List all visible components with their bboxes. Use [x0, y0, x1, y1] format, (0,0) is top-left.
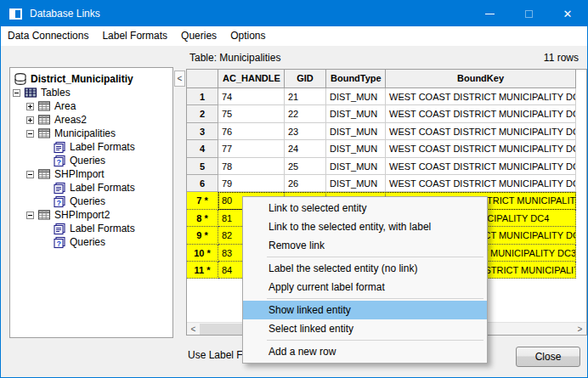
tree-item-label: Queries	[70, 195, 105, 208]
cell[interactable]: DIST_MUN	[326, 123, 386, 140]
cell[interactable]: WEST COAST DISTRICT MUNICIPALITY DC1	[386, 158, 576, 175]
row-header[interactable]: 3	[187, 123, 218, 140]
column-header-BoundKey[interactable]: BoundKey	[386, 70, 576, 88]
tree-item-areas2[interactable]: Areas2	[10, 113, 172, 127]
cell[interactable]: 74	[218, 88, 285, 105]
tree-item-label: Tables	[41, 86, 71, 99]
table-row[interactable]: 47724DIST_MUNWEST COAST DISTRICT MUNICIP…	[187, 140, 586, 157]
cell[interactable]: DIST_MUN	[326, 175, 386, 192]
tree-item-label-formats[interactable]: Label Formats	[10, 222, 172, 235]
cell[interactable]: 76	[218, 123, 285, 140]
cell[interactable]: WEST COAST DISTRICT MUNICIPALITY DC1	[386, 140, 576, 157]
tree-item-municipalities[interactable]: Municipalities	[10, 127, 172, 140]
tree-item-tables[interactable]: Tables	[10, 86, 172, 99]
database-icon	[14, 72, 27, 86]
scroll-right-arrow[interactable]: >	[574, 323, 586, 335]
close-button[interactable]: Close	[516, 347, 580, 367]
row-header[interactable]: 1	[187, 88, 218, 105]
cell[interactable]: DIST_MUN	[326, 140, 386, 157]
row-header[interactable]: 11 *	[187, 262, 218, 279]
row-header[interactable]: 8 *	[187, 210, 218, 227]
column-header-AC_HANDLE[interactable]: AC_HANDLE	[218, 70, 285, 88]
menu-item-label-the-selected-entity-no-link-[interactable]: Label the selected entity (no link)	[243, 259, 487, 278]
table-row[interactable]: 57825DIST_MUNWEST COAST DISTRICT MUNICIP…	[187, 158, 586, 175]
menu-item-show-linked-entity[interactable]: Show linked entity	[243, 301, 487, 319]
tree-item-label: Queries	[70, 235, 105, 249]
menu-item-link-to-the-selected-entity-with-label[interactable]: Link to the selected entity, with label	[243, 217, 487, 236]
cell[interactable]: 23	[285, 123, 326, 140]
cell[interactable]: 79	[218, 175, 285, 192]
cell[interactable]: 26	[285, 175, 326, 192]
tree-item-queries[interactable]: ?Queries	[10, 195, 172, 208]
expand-plus-icon[interactable]	[26, 103, 34, 110]
maximize-button[interactable]	[509, 1, 548, 26]
collapse-tree-button[interactable]: <	[174, 71, 185, 87]
cell[interactable]: WEST COAST DISTRICT MUNICIPALITY DC1	[386, 123, 576, 140]
menubar-item-label-formats[interactable]: Label Formats	[95, 26, 174, 46]
tree-item-label-formats[interactable]: Label Formats	[10, 181, 172, 195]
column-header-rownum[interactable]	[187, 70, 218, 88]
tree-item-queries[interactable]: ?Queries	[10, 154, 172, 167]
tree-item-shpimport[interactable]: SHPImport	[10, 167, 172, 181]
cell[interactable]: DIST_MUN	[326, 105, 386, 122]
cell[interactable]: DIST_MUN	[326, 158, 386, 175]
collapse-minus-icon[interactable]	[26, 212, 34, 219]
table-row[interactable]: 67926DIST_MUNWEST COAST DISTRICT MUNICIP…	[187, 175, 586, 192]
cell[interactable]: WEST COAST DISTRICT MUNICIPALITY DC1	[386, 105, 576, 122]
expand-plus-icon[interactable]	[26, 116, 34, 124]
table-row[interactable]: 37623DIST_MUNWEST COAST DISTRICT MUNICIP…	[187, 123, 586, 140]
scroll-left-arrow[interactable]: <	[187, 323, 200, 335]
collapse-minus-icon[interactable]	[26, 171, 34, 178]
tree-item-shpimport2[interactable]: SHPImport2	[10, 208, 172, 222]
row-header[interactable]: 5	[187, 158, 218, 175]
cell[interactable]: WEST COAST DISTRICT MUNICIPALITY DC1	[386, 88, 576, 105]
cell[interactable]: 22	[285, 105, 326, 122]
cell[interactable]: 75	[218, 105, 285, 122]
row-header[interactable]: 4	[187, 140, 218, 157]
row-cells: 7522DIST_MUNWEST COAST DISTRICT MUNICIPA…	[218, 105, 576, 122]
row-header[interactable]: 10 *	[187, 245, 218, 262]
cell[interactable]: 24	[285, 140, 326, 157]
menu-item-select-linked-entity[interactable]: Select linked entity	[243, 319, 487, 338]
row-count-label: 11 rows	[544, 52, 579, 64]
table-row[interactable]: 27522DIST_MUNWEST COAST DISTRICT MUNICIP…	[187, 105, 586, 122]
title-bar[interactable]: Database Links ✕	[1, 1, 587, 26]
row-header[interactable]: 7 *	[187, 192, 218, 209]
tree-item-district_municipalitiy[interactable]: District_Municipalitiy	[10, 72, 172, 86]
cell[interactable]: 21	[285, 88, 326, 105]
column-header-GID[interactable]: GID	[285, 70, 326, 88]
table-icon	[37, 167, 51, 181]
cell[interactable]: DIST_MUN	[326, 88, 386, 105]
menu-item-remove-link[interactable]: Remove link	[243, 236, 487, 255]
row-header[interactable]: 9 *	[187, 227, 218, 244]
tree-item-label-formats[interactable]: Label Formats	[10, 140, 172, 154]
close-icon: ✕	[563, 8, 573, 20]
tree-item-label: Label Formats	[70, 140, 135, 154]
svg-text:?: ?	[57, 158, 62, 166]
cell[interactable]: 77	[218, 140, 285, 157]
menu-item-link-to-selected-entity[interactable]: Link to selected entity	[243, 199, 487, 217]
tree-item-label: SHPImport	[54, 167, 105, 181]
queries-icon: ?	[53, 195, 66, 208]
column-header-BoundType[interactable]: BoundType	[326, 70, 386, 88]
row-header[interactable]: 6	[187, 175, 218, 192]
cell[interactable]: 25	[285, 158, 326, 175]
menu-item-add-a-new-row[interactable]: Add a new row	[243, 342, 487, 361]
close-window-button[interactable]: ✕	[548, 1, 587, 26]
table-row[interactable]: 17421DIST_MUNWEST COAST DISTRICT MUNICIP…	[187, 88, 586, 105]
collapse-minus-icon[interactable]	[13, 89, 20, 97]
minimize-button[interactable]	[470, 1, 509, 26]
menubar-item-options[interactable]: Options	[223, 26, 272, 46]
row-header[interactable]: 2	[187, 105, 218, 122]
tree-item-area[interactable]: Area	[10, 99, 172, 113]
menu-item-apply-current-label-format[interactable]: Apply current label format	[243, 278, 487, 296]
menubar-item-data-connections[interactable]: Data Connections	[1, 26, 95, 46]
tree-item-label: Queries	[70, 154, 105, 167]
app-icon	[9, 8, 22, 20]
tree-item-queries[interactable]: ?Queries	[10, 235, 172, 249]
cell[interactable]: WEST COAST DISTRICT MUNICIPALITY DC1	[386, 175, 576, 192]
collapse-minus-icon[interactable]	[26, 130, 34, 138]
cell[interactable]: 78	[218, 158, 285, 175]
tree-item-label: Label Formats	[70, 181, 135, 195]
menubar-item-queries[interactable]: Queries	[174, 26, 223, 46]
